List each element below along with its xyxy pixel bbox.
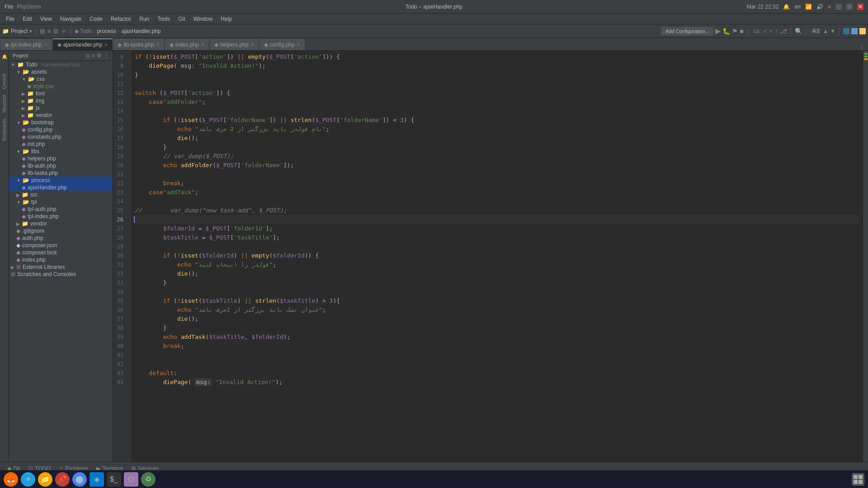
tab-config[interactable]: ◆ config.php ✕ [259,38,305,50]
tab-close-helpers[interactable]: ✕ [250,42,254,47]
project-label[interactable]: Project [11,28,28,34]
tree-item-font[interactable]: ▶ 📁 font [9,90,113,97]
tree-item-vendor-assets[interactable]: ▶ 📁 vendor [9,112,113,119]
git-branch[interactable]: ⎇ [780,28,787,35]
app-chrome[interactable]: ⬤ [72,472,87,487]
search-icon[interactable]: 🔍 [795,28,802,35]
menu-window[interactable]: Window [190,15,217,23]
tree-item-img[interactable]: ▶ 📁 img [9,97,113,104]
tree-item-tpl-auth[interactable]: ◆ tpl-auth.php [9,206,113,213]
tree-more-icon[interactable]: ⋮ [104,52,109,59]
gutter-mark-2[interactable] [864,56,868,57]
tree-item-composer-lock[interactable]: ◆ composer.lock [9,249,113,256]
bell-icon[interactable]: 🔔 [783,4,790,10]
run-with-coverage-icon[interactable]: ⚑ [732,28,738,35]
tree-collapse-icon[interactable]: ≡ [92,52,95,59]
tree-item-css[interactable]: ▼ 📂 css [9,75,113,83]
apps-grid-button[interactable] [852,473,864,486]
tab-close-tpl-index[interactable]: ✕ [44,42,47,47]
tree-item-lib-tasks[interactable]: ◆ lib-tasks.php [9,169,113,177]
app-firefox[interactable]: 🦊 [4,472,18,487]
debug-icon[interactable]: 🐛 [722,28,730,35]
tree-locate-icon[interactable]: ◎ [85,52,90,59]
sort-icon[interactable]: ≡ [47,28,51,35]
menu-help[interactable]: Help [217,15,236,23]
tab-ajaxhandler[interactable]: ◆ ajaxHandler.php ✕ [52,38,113,50]
indent-icon[interactable]: ⊞ [40,28,45,35]
tree-item-src[interactable]: ▶ 📁 src [9,191,113,198]
activities-label[interactable]: File [5,4,13,10]
app-recycle[interactable]: ♻ [141,472,156,487]
app-tray-red[interactable]: 📌 [55,472,70,487]
down-arrow-icon[interactable]: ▼ [830,28,835,34]
tab-close-index[interactable]: ✕ [201,42,204,47]
tab-more-icon[interactable]: ⋮ [855,44,868,50]
menu-navigate[interactable]: Navigate [57,15,85,23]
stop-icon[interactable]: ■ [740,28,743,35]
tab-close-lib-tasks[interactable]: ✕ [156,42,160,47]
gear-icon[interactable]: ⚙ [53,28,59,35]
tree-item-auth-php[interactable]: ◆ auth.php [9,235,113,242]
tree-item-stylecss[interactable]: ◆ style.css [9,83,113,90]
tree-item-libs[interactable]: ▼ 📂 libs [9,148,113,155]
tree-item-ajaxhandler[interactable]: ◆ ajaxHandler.php [9,184,113,191]
app-vscode[interactable]: ◈ [90,472,104,487]
menu-run[interactable]: Run [136,15,153,23]
tab-tpl-index[interactable]: ◆ tpl-index.php ✕ [0,38,52,50]
tab-close-config[interactable]: ✕ [297,42,300,47]
up-arrow-icon[interactable]: ▲ [823,28,828,34]
git-check1[interactable]: ✓ [763,28,767,34]
run-config-button[interactable]: Add Configuration... [661,27,713,35]
tree-item-helpers-php[interactable]: ◆ helpers.php [9,155,113,162]
tree-item-bootstrap[interactable]: ▼ 📂 bootstrap [9,119,113,126]
menu-file[interactable]: File [2,15,18,23]
gutter-mark-1[interactable] [864,53,868,55]
commit-label[interactable]: Commit [1,72,8,91]
tree-item-constants[interactable]: ◆ constants.php [9,133,113,141]
wifi-icon[interactable]: 📶 [805,4,812,10]
git-check2[interactable]: ✓ [769,28,774,34]
tree-item-assets[interactable]: ▼ 📂 assets [9,68,113,75]
app-phpstorm[interactable]: ⬡ [124,472,138,487]
tree-item-vendor[interactable]: ▶ 📁 vendor [9,220,113,227]
tree-item-scratches[interactable]: ⊞ Scratches and Consoles [9,271,113,278]
scroll-gutter[interactable] [863,51,868,462]
tree-gear-icon[interactable]: ⚙ [97,52,102,59]
app-telegram[interactable]: ✈ [21,472,35,487]
tree-item-composer-json[interactable]: ◆ composer.json [9,242,113,249]
tab-lib-tasks[interactable]: ◆ lib-tasks.php ✕ [113,38,164,50]
tree-item-index-php[interactable]: ◆ index.php [9,256,113,263]
tree-item-gitignore[interactable]: ◆ .gitignore [9,227,113,235]
tree-item-tpl[interactable]: ▼ 📂 tpl [9,198,113,206]
breadcrumb-process[interactable]: process [97,28,116,34]
bookmarks-label[interactable]: Bookmarks [1,117,8,143]
menu-git[interactable]: Git [175,15,189,23]
tree-item-config-php[interactable]: ◆ config.php [9,126,113,133]
tree-item-lib-auth[interactable]: ◆ lib-auth.php [9,162,113,169]
app-terminal[interactable]: $_ [107,472,121,487]
tree-item-todo[interactable]: ▼ 📁 Todo /var/www/html/Todo [9,61,113,68]
menu-code[interactable]: Code [86,15,106,23]
structure-label[interactable]: Structure [1,93,8,115]
phpstorm-label[interactable]: PhpStorm [17,4,41,10]
menu-tools[interactable]: Tools [154,15,174,23]
breadcrumb-file[interactable]: ajaxHandler.php [122,28,161,34]
dropdown-icon[interactable]: ▾ [29,28,32,34]
minimize-button[interactable]: ─ [835,4,842,10]
gutter-mark-warning[interactable] [864,58,868,60]
menu-refactor[interactable]: Refactor [107,15,135,23]
plus-icon[interactable]: ＋ [61,27,67,35]
notifications-icon[interactable]: 🔔 [1,52,8,61]
breadcrumb-todo[interactable]: ◆ Todo [75,28,92,34]
play-icon[interactable]: ▶ [715,27,721,35]
tree-item-js[interactable]: ▶ 📁 js [9,104,113,112]
git-arrow[interactable]: ↑ [775,28,778,34]
tree-item-tpl-index[interactable]: ◆ tpl-index.php [9,213,113,220]
maximize-button[interactable]: □ [846,4,853,10]
menu-edit[interactable]: Edit [19,15,36,23]
tree-item-external-libs[interactable]: ▶ ⊞ External Libraries [9,263,113,271]
code-editor[interactable]: 8 9 10 11 12 13 14 15 16 17 18 19 20 21 … [113,51,868,462]
tab-close-ajaxhandler[interactable]: ✕ [104,42,108,47]
volume-icon[interactable]: 🔊 [816,4,823,10]
menu-view[interactable]: View [37,15,56,23]
